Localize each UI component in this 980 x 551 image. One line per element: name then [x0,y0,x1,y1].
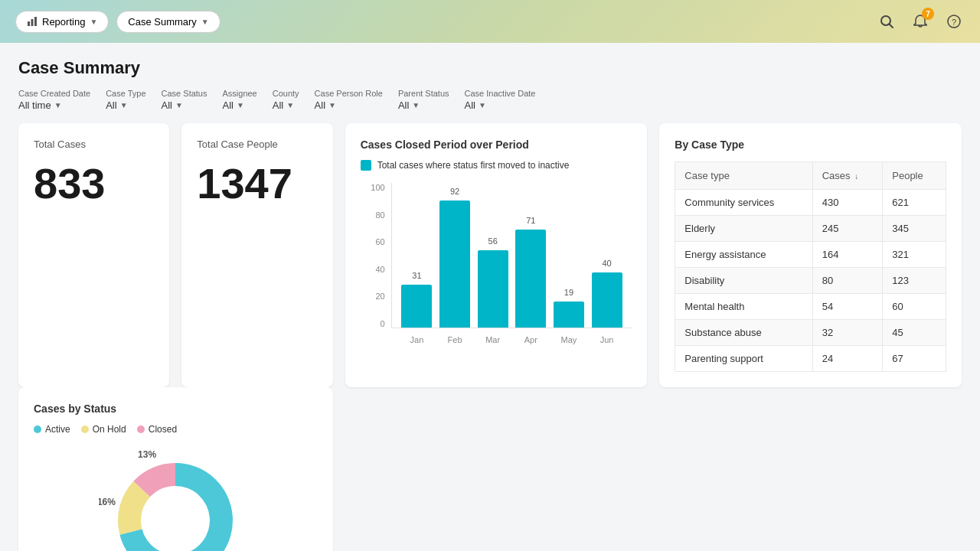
filter-label: Case Person Role [315,89,383,98]
filter-chevron: ▼ [412,101,420,109]
table-cell: Disability [675,268,812,294]
case-summary-button[interactable]: Case Summary ▼ [116,11,220,33]
filter-value: All time [18,99,51,111]
table-cell: Energy assistance [675,242,812,268]
y-axis-label: 80 [375,210,384,220]
bar: 56 [478,250,508,328]
help-button[interactable]: ? [943,11,965,32]
table-cell: 245 [812,216,883,242]
table-cell: 621 [883,190,946,216]
notification-button[interactable]: 7 [910,11,931,32]
filter-select[interactable]: All ▼ [398,99,449,111]
notification-badge: 7 [922,8,934,20]
filter-chevron: ▼ [479,101,486,109]
filter-select[interactable]: All ▼ [465,99,536,111]
x-axis-label: Feb [448,335,462,344]
pie-percent-label: 16% [99,497,116,507]
status-title: Cases by Status [34,403,318,415]
filter-chevron: ▼ [120,101,128,109]
filter-group: County All ▼ [273,89,299,111]
cases-by-status-card: Cases by Status Active On Hold Closed 71… [18,387,333,551]
table-header[interactable]: Cases ↓ [812,162,883,190]
legend-dot [81,425,89,433]
filter-group: Case Inactive Date All ▼ [465,89,536,111]
bar: 71 [515,230,546,328]
bar: 40 [592,272,622,328]
table-row: Substance abuse3245 [675,320,946,346]
filter-label: Parent Status [398,89,449,98]
header-nav: Reporting ▼ Case Summary ▼ [15,11,220,33]
table-header: Case type [675,162,812,190]
reporting-label: Reporting [42,16,85,28]
bar-chart-legend-label: Total cases where status first moved to … [377,160,570,171]
table-row: Mental health5460 [675,294,946,320]
filter-group: Case Type All ▼ [106,89,145,111]
filter-label: County [273,89,299,98]
filter-select[interactable]: All ▼ [222,99,256,111]
svg-text:?: ? [952,18,956,27]
filter-select[interactable]: All ▼ [106,99,145,111]
table-cell: 32 [812,320,883,346]
filter-value: All [398,99,409,111]
legend-color-box [361,160,371,171]
page-title: Case Summary [18,58,962,78]
filter-select[interactable]: All ▼ [273,99,299,111]
table-cell: Substance abuse [675,320,812,346]
x-axis-label: May [561,335,577,344]
x-axis-label: Apr [524,335,537,344]
bar-group: 40Jun [592,272,622,328]
y-axis-label: 0 [381,319,385,328]
bar: 19 [554,302,584,328]
filter-value: All [162,99,172,111]
table-cell: Mental health [675,294,812,320]
legend-label: Active [45,424,70,435]
y-axis-label: 20 [375,292,384,301]
pie-chart-svg: 71%16%13% [99,444,252,551]
filter-label: Case Status [162,89,207,98]
total-case-people-card: Total Case People 1347 [181,123,332,387]
table-cell: 164 [812,242,883,268]
filter-label: Assignee [222,89,256,98]
bar-group: 19May [554,302,584,328]
bar-group: 31Jan [401,285,432,328]
pie-chart-container: 71%16%13% [34,444,318,551]
search-button[interactable] [876,11,897,32]
legend-item: On Hold [81,424,126,435]
bar: 31 [401,285,432,328]
bar-value-label: 56 [488,236,498,246]
filter-chevron: ▼ [286,101,294,109]
total-case-people-title: Total Case People [197,139,317,150]
bar-chart-title: Cases Closed Period over Period [361,139,632,151]
header: Reporting ▼ Case Summary ▼ 7 ? [0,0,980,43]
status-legend: Active On Hold Closed [34,424,318,435]
filter-group: Case Status All ▼ [162,89,207,111]
search-icon [879,14,894,29]
table-cell: 45 [883,320,946,346]
x-axis-label: Jun [600,335,614,344]
bars-wrapper: 31Jan92Feb56Mar71Apr19May40Jun [391,183,632,328]
bar-value-label: 40 [602,259,611,268]
filter-value: All [222,99,233,111]
total-case-people-value: 1347 [197,162,317,205]
filter-select[interactable]: All time ▼ [18,99,90,111]
legend-dot [34,425,41,433]
reporting-button[interactable]: Reporting ▼ [15,11,109,33]
filter-value: All [315,99,325,111]
case-type-table: Case typeCases ↓PeopleCommunity services… [675,161,946,372]
filter-label: Case Created Date [18,89,90,98]
svg-rect-0 [28,21,30,26]
svg-rect-2 [34,17,37,26]
filter-label: Case Type [106,89,145,98]
y-axis-label: 100 [371,183,384,192]
x-axis-label: Jan [410,335,424,344]
bar-group: 71Apr [515,230,546,328]
x-axis-label: Mar [485,335,500,344]
bar-chart-area: 10080604020031Jan92Feb56Mar71Apr19May40J… [361,183,632,351]
filter-select[interactable]: All ▼ [162,99,207,111]
filter-select[interactable]: All ▼ [315,99,383,111]
table-cell: 430 [812,190,883,216]
case-summary-label: Case Summary [128,16,197,28]
legend-label: Closed [149,424,177,435]
filter-chevron: ▼ [237,101,244,109]
table-cell: Community services [675,190,812,216]
